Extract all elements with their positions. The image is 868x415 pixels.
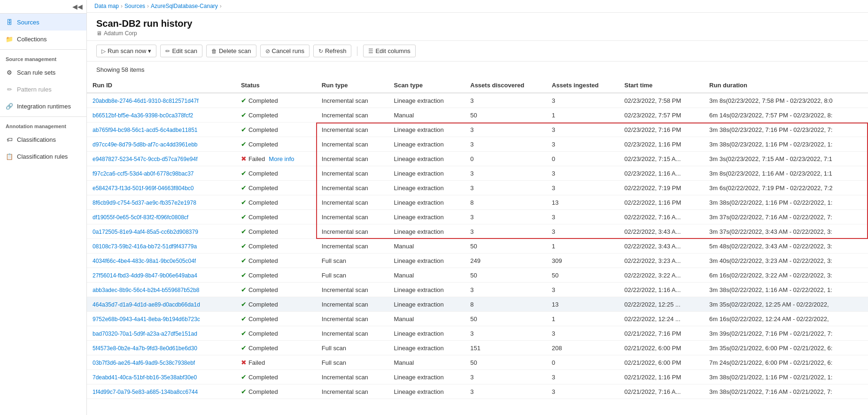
run-id-link[interactable]: 27f56014-fbd3-4dd9-8b47-9b06e649aba4 (93, 272, 197, 279)
table-row[interactable]: ab765f94-bc98-56c1-acd5-6c4adbe11851✔ Co… (87, 123, 868, 137)
table-row[interactable]: 4034f66c-4be4-483c-98a1-9bc0e505c04f✔ Co… (87, 254, 868, 268)
start-time-cell: 02/23/2022, 7:16 PM (619, 123, 704, 137)
column-header-run-id[interactable]: Run ID (87, 78, 235, 93)
column-header-status[interactable]: Status (235, 78, 316, 93)
sidebar-item-integration-runtimes[interactable]: 🔗Integration runtimes (0, 98, 86, 115)
start-time-cell: 02/22/2022, 7:16 A... (619, 210, 704, 224)
assets-ingested-cell: 3 (546, 210, 619, 224)
edit-scan-button[interactable]: ✏ Edit scan (160, 45, 202, 57)
assets-ingested-cell: 3 (546, 283, 619, 297)
table-row[interactable]: 0a172505-81e9-4af4-85a5-cc6b2d908379✔ Co… (87, 224, 868, 239)
run-scan-button[interactable]: ▷ Run scan now ▾ (96, 45, 156, 57)
delete-scan-button[interactable]: 🗑 Delete scan (206, 45, 256, 57)
table-row[interactable]: e5842473-f13d-501f-969f-04663f804bc0✔ Co… (87, 181, 868, 195)
subtitle-icon: 🖥 (96, 30, 102, 37)
scan-type-cell: Manual (388, 108, 465, 123)
run-id-link[interactable]: 9752e68b-0943-4a41-8eba-9b194d6b723c (93, 316, 200, 323)
table-header-row: Run IDStatusRun typeScan typeAssets disc… (87, 78, 868, 93)
run-id-link[interactable]: 20abdb8e-2746-46d1-9310-8c812571d47f (93, 98, 199, 104)
breadcrumb-azure-sql[interactable]: AzureSqlDatabase-Canary (151, 3, 218, 9)
scan-type-cell: Manual (388, 355, 465, 370)
table-row[interactable]: 08108c73-59b2-416a-bb72-51df9f43779a✔ Co… (87, 239, 868, 254)
run-id-link[interactable]: d97cc49e-8d79-5d8b-af7c-ac4dd3961ebb (93, 141, 198, 148)
main-content: Data map › Sources › AzureSqlDatabase-Ca… (87, 0, 868, 415)
run-id-link[interactable]: 8f6cb9d9-c754-5d37-ae9c-fb357e2e1978 (93, 200, 196, 206)
run-id-link[interactable]: ab765f94-bc98-56c1-acd5-6c4adbe11851 (93, 127, 198, 133)
status-completed: ✔ Completed (241, 271, 310, 279)
sidebar-icon-scan-rule-sets: ⚙ (6, 69, 13, 76)
assets-ingested-cell: 309 (546, 254, 619, 268)
sidebar-item-classifications[interactable]: 🏷Classifications (0, 131, 86, 148)
table-row[interactable]: 7deabd41-40ca-51bf-bb16-35e38abf30e0✔ Co… (87, 370, 868, 384)
table-row[interactable]: f97c2ca6-ccf5-53d4-ab0f-6778c98bac37✔ Co… (87, 166, 868, 181)
run-id-link[interactable]: 08108c73-59b2-416a-bb72-51df9f43779a (93, 243, 197, 250)
run-id-link[interactable]: 5f4573e8-0b2e-4a7b-9fd3-8e0d61be6d30 (93, 345, 197, 352)
table-area: Showing 58 items Run IDStatusRun typeSca… (87, 61, 868, 415)
breadcrumb-sources[interactable]: Sources (124, 3, 145, 9)
table-row[interactable]: 1f4d99c7-0a79-5e83-a685-134ba8cc6744✔ Co… (87, 384, 868, 399)
more-info-link[interactable]: More info (269, 155, 294, 162)
run-duration-cell: 3m 8s(02/23/2022, 1:16 AM - 02/23/2022, … (704, 166, 868, 181)
assets-ingested-cell: 3 (546, 370, 619, 384)
table-row[interactable]: 8f6cb9d9-c754-5d37-ae9c-fb357e2e1978✔ Co… (87, 195, 868, 210)
sidebar-item-classification-rules[interactable]: 📋Classification rules (0, 148, 86, 165)
table-row[interactable]: bad70320-70a1-5d9f-a23a-a27df5e151ad✔ Co… (87, 326, 868, 341)
column-header-assets-ingested[interactable]: Assets ingested (546, 78, 619, 93)
run-type-cell: Incremental scan (316, 152, 388, 166)
run-duration-cell: 3m 8s(02/23/2022, 7:58 PM - 02/23/2022, … (704, 93, 868, 108)
run-id-link[interactable]: 4034f66c-4be4-483c-98a1-9bc0e505c04f (93, 258, 196, 264)
assets-discovered-cell: 50 (465, 312, 546, 326)
table-row[interactable]: df19055f-0e65-5c0f-83f2-f096fc0808cf✔ Co… (87, 210, 868, 224)
run-id-link[interactable]: 1f4d99c7-0a79-5e83-a685-134ba8cc6744 (93, 389, 198, 395)
assets-discovered-cell: 0 (465, 152, 546, 166)
assets-ingested-cell: 0 (546, 152, 619, 166)
cancel-runs-button[interactable]: ⊘ Cancel runs (260, 45, 310, 57)
column-header-assets-discovered[interactable]: Assets discovered (465, 78, 546, 93)
table-row[interactable]: 9752e68b-0943-4a41-8eba-9b194d6b723c✔ Co… (87, 312, 868, 326)
run-duration-cell: 3m 39s(02/21/2022, 7:16 PM - 02/21/2022,… (704, 326, 868, 341)
run-id-link[interactable]: f97c2ca6-ccf5-53d4-ab0f-6778c98bac37 (93, 170, 194, 177)
table-row[interactable]: 20abdb8e-2746-46d1-9310-8c812571d47f✔ Co… (87, 93, 868, 108)
sidebar-item-sources[interactable]: 🗄Sources (0, 14, 86, 31)
breadcrumb-data-map[interactable]: Data map (94, 3, 119, 9)
success-icon: ✔ (241, 286, 247, 293)
run-id-link[interactable]: 7deabd41-40ca-51bf-bb16-35e38abf30e0 (93, 374, 197, 381)
table-row[interactable]: e9487827-5234-547c-9ccb-d57ca769e94f✖ Fa… (87, 152, 868, 166)
table-row[interactable]: 464a35d7-d1a9-4d1d-ae89-d0acdb66da1d✔ Co… (87, 297, 868, 312)
table-row[interactable]: abb3adec-8b9c-56c4-b2b4-b559687b52b8✔ Co… (87, 283, 868, 297)
sidebar-item-collections[interactable]: 📁Collections (0, 31, 86, 47)
run-id-link[interactable]: abb3adec-8b9c-56c4-b2b4-b559687b52b8 (93, 287, 200, 293)
table-row[interactable]: 5f4573e8-0b2e-4a7b-9fd3-8e0d61be6d30✔ Co… (87, 341, 868, 355)
table-row[interactable]: 03b7f3d6-ae26-4af6-9ad9-5c38c7938ebf✖ Fa… (87, 355, 868, 370)
run-id-link[interactable]: e5842473-f13d-501f-969f-04663f804bc0 (93, 185, 194, 192)
sidebar-collapse-button[interactable]: ◀◀ (72, 3, 83, 10)
run-id-link[interactable]: 03b7f3d6-ae26-4af6-9ad9-5c38c7938ebf (93, 360, 195, 366)
subtitle-text: Adatum Corp (104, 30, 137, 37)
refresh-button[interactable]: ↻ Refresh (313, 45, 352, 57)
assets-ingested-cell: 3 (546, 137, 619, 152)
run-id-link[interactable]: 0a172505-81e9-4af4-85a5-cc6b2d908379 (93, 229, 198, 235)
toolbar-separator (357, 46, 357, 56)
run-id-link[interactable]: e9487827-5234-547c-9ccb-d57ca769e94f (93, 156, 198, 162)
success-icon: ✔ (241, 169, 247, 177)
edit-columns-button[interactable]: ☰ Edit columns (363, 45, 415, 57)
run-id-link[interactable]: 464a35d7-d1a9-4d1d-ae89-d0acdb66da1d (93, 301, 200, 308)
table-row[interactable]: 27f56014-fbd3-4dd9-8b47-9b06e649aba4✔ Co… (87, 268, 868, 283)
column-header-run-duration[interactable]: Run duration (704, 78, 868, 93)
cancel-runs-icon: ⊘ (265, 48, 270, 54)
run-id-link[interactable]: b66512bf-bf5e-4a36-9398-bc0ca378fcf2 (93, 112, 193, 119)
sidebar-item-scan-rule-sets[interactable]: ⚙Scan rule sets (0, 64, 86, 81)
run-duration-cell: 3m 38s(02/23/2022, 1:16 PM - 02/23/2022,… (704, 137, 868, 152)
run-id-link[interactable]: bad70320-70a1-5d9f-a23a-a27df5e151ad (93, 330, 197, 337)
column-header-start-time[interactable]: Start time (619, 78, 704, 93)
run-type-cell: Incremental scan (316, 326, 388, 341)
scan-type-cell: Lineage extraction (388, 224, 465, 239)
run-duration-cell: 6m 16s(02/22/2022, 12:24 AM - 02/22/2022… (704, 312, 868, 326)
table-row[interactable]: d97cc49e-8d79-5d8b-af7c-ac4dd3961ebb✔ Co… (87, 137, 868, 152)
column-header-scan-type[interactable]: Scan type (388, 78, 465, 93)
column-header-run-type[interactable]: Run type (316, 78, 388, 93)
table-row[interactable]: b66512bf-bf5e-4a36-9398-bc0ca378fcf2✔ Co… (87, 108, 868, 123)
sidebar-section-source-management: Source management (0, 52, 86, 64)
run-id-link[interactable]: df19055f-0e65-5c0f-83f2-f096fc0808cf (93, 214, 188, 221)
failed-icon: ✖ (241, 359, 247, 366)
